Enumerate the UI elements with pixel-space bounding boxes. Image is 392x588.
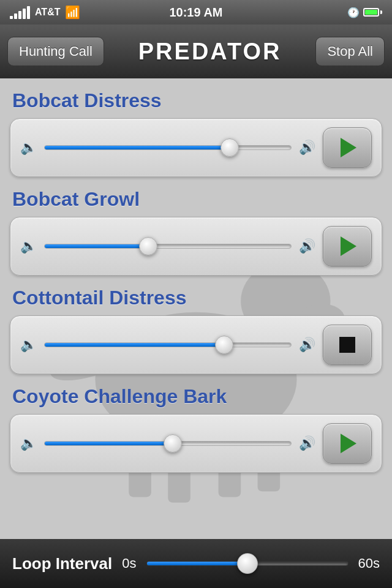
- sound-item-coyote-challenge-bark: Coyote Challenge Bark 🔈 🔊: [10, 385, 382, 473]
- sound-control-row-bobcat-distress: 🔈 🔊: [10, 118, 382, 177]
- volume-high-icon-3: 🔊: [299, 337, 315, 353]
- volume-slider-2[interactable]: [44, 238, 292, 255]
- clock-icon: 🕐: [347, 7, 360, 18]
- bottom-bar: Loop Interval 0s 60s: [0, 539, 392, 588]
- signal-bars-icon: [10, 6, 30, 19]
- sound-title-coyote-challenge-bark: Coyote Challenge Bark: [10, 385, 382, 408]
- volume-high-icon-1: 🔊: [299, 140, 315, 156]
- play-icon-4: [341, 434, 356, 453]
- sound-title-bobcat-growl: Bobcat Growl: [10, 188, 382, 211]
- play-button-1[interactable]: [323, 127, 372, 168]
- sound-control-row-bobcat-growl: 🔈 🔊: [10, 217, 382, 276]
- volume-high-icon-4: 🔊: [299, 435, 315, 451]
- status-right: 🕐: [347, 7, 382, 18]
- sound-item-cottontail-distress: Cottontail Distress 🔈 🔊: [10, 287, 382, 374]
- volume-slider-3[interactable]: [44, 336, 292, 353]
- play-icon-1: [341, 138, 356, 157]
- volume-slider-1[interactable]: [44, 139, 292, 156]
- main-content: Bobcat Distress 🔈 🔊 Bobcat Growl 🔈: [0, 78, 392, 539]
- nav-title: PREDATOR: [138, 39, 282, 65]
- volume-low-icon-3: 🔈: [20, 337, 37, 353]
- stop-button-3[interactable]: [323, 325, 372, 365]
- loop-interval-slider[interactable]: [146, 555, 349, 572]
- sound-title-cottontail-distress: Cottontail Distress: [10, 287, 382, 309]
- wifi-icon: 📶: [65, 5, 80, 20]
- loop-max-label: 60s: [358, 556, 380, 571]
- status-time: 10:19 AM: [169, 6, 222, 20]
- volume-low-icon-1: 🔈: [20, 140, 37, 156]
- sound-control-row-coyote-challenge-bark: 🔈 🔊: [10, 414, 382, 473]
- status-bar: AT&T 📶 10:19 AM 🕐: [0, 0, 392, 24]
- play-button-4[interactable]: [323, 423, 372, 464]
- status-left: AT&T 📶: [10, 5, 80, 20]
- volume-low-icon-2: 🔈: [20, 238, 37, 254]
- stop-all-button[interactable]: Stop All: [315, 37, 385, 66]
- battery-icon: [363, 8, 382, 17]
- volume-high-icon-2: 🔊: [299, 238, 315, 254]
- stop-icon-3: [339, 337, 355, 353]
- sound-control-row-cottontail-distress: 🔈 🔊: [10, 315, 382, 374]
- play-icon-2: [341, 236, 356, 256]
- content-scroll: Bobcat Distress 🔈 🔊 Bobcat Growl 🔈: [0, 89, 392, 473]
- play-button-2[interactable]: [323, 226, 372, 266]
- sound-title-bobcat-distress: Bobcat Distress: [10, 89, 382, 112]
- volume-slider-4[interactable]: [44, 435, 292, 452]
- sound-item-bobcat-growl: Bobcat Growl 🔈 🔊: [10, 188, 382, 276]
- loop-interval-label: Loop Interval: [12, 554, 112, 573]
- back-button[interactable]: Hunting Call: [7, 37, 104, 66]
- sound-item-bobcat-distress: Bobcat Distress 🔈 🔊: [10, 89, 382, 177]
- nav-bar: Hunting Call PREDATOR Stop All: [0, 24, 392, 78]
- volume-low-icon-4: 🔈: [20, 435, 37, 451]
- loop-min-label: 0s: [122, 556, 136, 571]
- carrier-label: AT&T: [35, 7, 60, 18]
